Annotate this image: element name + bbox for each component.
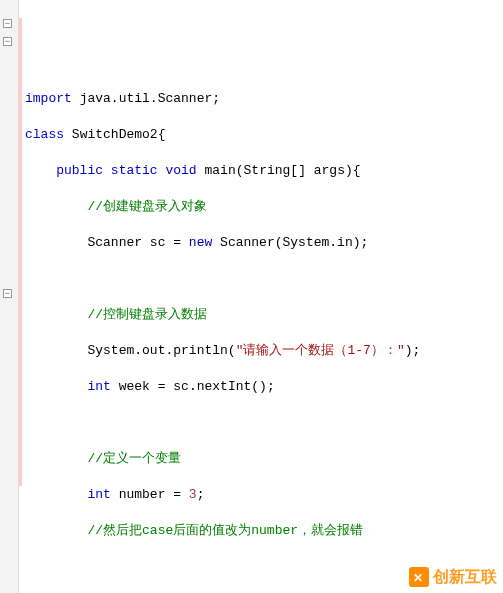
- code-line: [25, 414, 503, 432]
- code-line: class SwitchDemo2{: [25, 126, 503, 144]
- fold-icon[interactable]: −: [3, 37, 12, 46]
- code-line: import java.util.Scanner;: [25, 90, 503, 108]
- code-line: [25, 558, 503, 576]
- code-line: [25, 270, 503, 288]
- code-line: //创建键盘录入对象: [25, 198, 503, 216]
- code-editor: − − − import java.util.Scanner; class Sw…: [0, 0, 503, 593]
- code-line: int week = sc.nextInt();: [25, 378, 503, 396]
- change-marker: [19, 18, 22, 486]
- code-line: //控制键盘录入数据: [25, 306, 503, 324]
- code-area[interactable]: import java.util.Scanner; class SwitchDe…: [19, 0, 503, 593]
- code-line: Scanner sc = new Scanner(System.in);: [25, 234, 503, 252]
- gutter: − − −: [0, 0, 19, 593]
- fold-icon[interactable]: −: [3, 19, 12, 28]
- fold-icon[interactable]: −: [3, 289, 12, 298]
- code-line: int number = 3;: [25, 486, 503, 504]
- code-line: public static void main(String[] args){: [25, 162, 503, 180]
- code-line: //定义一个变量: [25, 450, 503, 468]
- code-line: System.out.println("请输入一个数据（1-7）：");: [25, 342, 503, 360]
- code-line: //然后把case后面的值改为number，就会报错: [25, 522, 503, 540]
